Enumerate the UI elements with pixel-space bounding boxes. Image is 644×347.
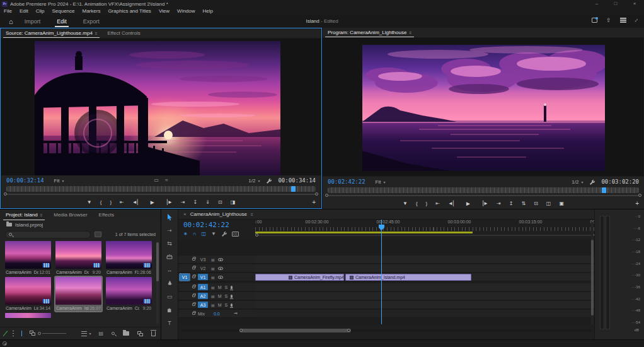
track-header-a2[interactable]: A2 ▤ M S [178, 292, 255, 300]
overwrite-button[interactable]: ⇓ [205, 199, 210, 205]
menu-view[interactable]: View [155, 8, 173, 14]
track-badge[interactable]: A2 [198, 293, 208, 299]
media-thumbnail[interactable] [5, 241, 51, 269]
media-thumbnail[interactable] [55, 277, 101, 305]
fullscreen-icon[interactable]: ↕ [633, 17, 640, 23]
breadcrumb[interactable]: Island.prproj [0, 220, 161, 229]
trash-icon[interactable] [151, 331, 156, 336]
keyframe-nav-icon[interactable]: ⇥ [234, 311, 238, 316]
mute-button[interactable]: M [218, 294, 222, 298]
tab-program[interactable]: Program: CameraAnim_Lighthouse≡ [323, 28, 417, 37]
zoom-handle-right[interactable] [315, 192, 318, 196]
tab-project[interactable]: Project: Island≡ [0, 209, 48, 220]
track-badge[interactable]: A1 [198, 284, 208, 290]
menu-clip[interactable]: Clip [32, 8, 49, 14]
tab-effects[interactable]: Effects [93, 209, 120, 220]
menu-help[interactable]: Help [199, 8, 217, 14]
track-badge[interactable]: A3 [198, 302, 208, 308]
sort-button[interactable]: ▾ [81, 331, 91, 336]
quick-export-icon[interactable]: ⇧ [606, 17, 611, 23]
panel-menu-icon[interactable]: ≡ [409, 31, 411, 35]
go-to-out-button[interactable]: ⇥ [181, 199, 185, 205]
drag-video-icon[interactable]: ▭ [154, 177, 159, 183]
source-patch-v1[interactable]: V1 [180, 274, 190, 281]
sync-lock-icon[interactable]: ▤ [211, 294, 215, 298]
new-bin-icon[interactable] [123, 331, 129, 336]
timeline-settings-wrench-icon[interactable] [221, 231, 227, 237]
drag-av-button[interactable]: ◨ [231, 199, 236, 205]
mark-in-button[interactable]: { [100, 199, 102, 205]
mark-out-button[interactable]: } [426, 201, 428, 206]
clip-island[interactable]: CameraAnim_Island.mp4 [345, 274, 471, 281]
menu-markers[interactable]: Markers [79, 8, 105, 14]
panel-menu-icon[interactable]: ≡ [251, 213, 253, 216]
source-zoom-bar[interactable] [4, 192, 318, 196]
mic-icon[interactable] [231, 286, 233, 289]
media-item[interactable]: CameraAnim_Lighth...34:14 [5, 277, 51, 311]
timeline-timecode[interactable]: 00:02:42:22 [178, 220, 255, 229]
button-editor-plus[interactable]: + [312, 199, 316, 206]
menu-edit[interactable]: Edit [16, 8, 32, 14]
status-icon[interactable] [3, 341, 7, 346]
lift-button[interactable]: ↥ [509, 201, 514, 206]
menu-file[interactable]: File [0, 8, 16, 14]
rectangle-tool[interactable]: ▭ [167, 293, 173, 300]
media-thumbnail[interactable] [55, 241, 101, 269]
automate-sequence-icon[interactable]: ▤ [98, 331, 103, 336]
step-back-button[interactable]: ◄▏ [448, 201, 457, 206]
mic-icon[interactable] [231, 303, 233, 307]
program-resolution-select[interactable]: 1/2▾ [572, 179, 583, 185]
lock-icon[interactable] [192, 258, 195, 261]
timeline-hscrollbar[interactable] [178, 328, 594, 333]
solo-button[interactable]: S [225, 285, 228, 290]
pen-tool[interactable] [167, 279, 173, 287]
panel-menu-icon[interactable]: ≡ [95, 32, 98, 35]
step-forward-button[interactable]: ▕► [164, 199, 173, 205]
track-lane-a1[interactable] [255, 283, 594, 291]
zoom-handle-right[interactable] [638, 194, 641, 197]
mark-out-button[interactable]: } [110, 199, 112, 205]
close-button[interactable]: × [625, 0, 644, 8]
track-visibility-icon[interactable] [218, 258, 223, 261]
mute-button[interactable]: M [218, 285, 222, 290]
track-visibility-icon[interactable] [218, 276, 223, 279]
thumbnail-zoom-slider[interactable] [38, 332, 66, 335]
panel-menu-icon[interactable]: ≡ [40, 213, 43, 217]
search-input[interactable] [14, 232, 87, 237]
program-video-frame[interactable] [362, 45, 605, 171]
menu-sequence[interactable]: Sequence [48, 8, 78, 14]
zoom-handle-right[interactable] [347, 329, 350, 332]
program-timecode[interactable]: 00:02:42:22 [328, 179, 365, 185]
tab-import[interactable]: Import [25, 16, 41, 27]
sync-lock-icon[interactable]: ▤ [211, 275, 215, 279]
go-to-in-button[interactable]: ⇤ [435, 201, 440, 206]
button-editor-plus[interactable]: + [635, 200, 639, 207]
lock-icon[interactable] [192, 303, 195, 306]
drag-audio-icon[interactable]: ≈ [165, 177, 168, 183]
nest-toggle-icon[interactable]: ∗ [183, 231, 188, 237]
source-playhead[interactable] [291, 186, 296, 192]
track-header-v3[interactable]: V3 ▤ [178, 256, 255, 264]
mark-in-button[interactable]: { [416, 201, 418, 206]
go-to-out-button[interactable]: ⇥ [497, 201, 501, 206]
export-frame-button[interactable]: ⊡ [218, 199, 222, 205]
source-scrubber[interactable] [6, 186, 316, 192]
step-forward-button[interactable]: ▕► [480, 201, 488, 206]
sync-lock-icon[interactable]: ▤ [211, 303, 215, 307]
close-tab-icon[interactable]: × [183, 211, 187, 217]
program-playhead[interactable] [602, 187, 606, 193]
menu-graphics[interactable]: Graphics and Titles [104, 8, 154, 14]
search-box[interactable] [5, 231, 91, 238]
tab-edit[interactable]: Edit [57, 16, 67, 27]
go-to-in-button[interactable]: ⇤ [120, 199, 124, 205]
track-lane-v1[interactable]: CameraAnim_Firefly.mp4 CameraAnim_Island… [255, 273, 594, 281]
track-badge[interactable]: V2 [198, 265, 208, 271]
source-video-frame[interactable] [35, 41, 280, 176]
maximize-button[interactable]: □ [606, 0, 625, 8]
play-button[interactable]: ► [149, 199, 156, 206]
selection-tool[interactable] [166, 213, 173, 221]
lock-icon[interactable] [192, 295, 195, 297]
add-marker-button[interactable]: ▼ [87, 199, 92, 205]
captions-icon[interactable]: CC [232, 232, 239, 237]
insert-button[interactable]: ↧ [193, 199, 198, 205]
